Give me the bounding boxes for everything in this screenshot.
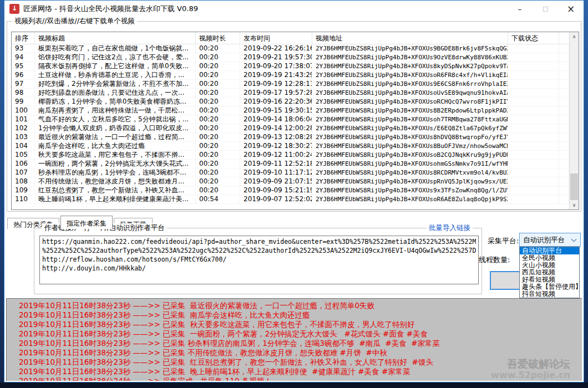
video-list-groupbox-label: 视频列表//双击播放//右键下载单个视频 [12,17,137,26]
table-row[interactable]: 98好吃到舔盘的面条做法，只要记住这几点，一次...00:202019-09-1… [12,89,569,98]
scrollbar-thumb[interactable] [570,173,578,200]
column-header-title[interactable]: 视频标题 [35,32,196,44]
cell-title: 红豆别总煮粥了，教您一个新做法，补铁又补血... [35,186,196,195]
table-row[interactable]: 99椰蓉奶冻，1分钟学会，简单0失败美食椰蓉奶冻...00:202019-09-… [12,98,569,106]
cell-status [508,106,559,115]
cell-order: 109 [12,186,35,195]
column-header-duration[interactable]: 视频时长 [196,32,240,44]
cell-title: 1分钟学会懒人双皮奶，奶香四溢，入口即化双皮... [35,124,196,132]
dropdown-option[interactable]: 好看短视频 [520,276,579,283]
cell-published: 2019-09-19 12:28:11 [240,80,312,88]
cell-filler [559,142,569,150]
table-row[interactable]: 103最近很火的紫薯做法，一口一个超过瘾，过程简...00:202019-09-… [12,133,569,142]
cell-title: 隔夜米饭别再倒掉了，配上它这样做，简单0失败... [35,62,196,70]
cell-duration: 00:54 [196,195,240,203]
cell-published: 2019-09-14 18:06:04 [240,115,312,124]
author-link-line: %2522%252C%2522authorType%2522%253A%2522… [42,246,476,255]
app-download-icon: ↓ [9,4,19,14]
table-row[interactable]: 104南瓜学会这样吃，比大鱼大肉还过瘾00:202019-09-12 18:30… [12,142,569,151]
cell-url: 2YJB6HMFEUbZS8RijUpPg4bJB+XFOXUs9OzVE8dr… [312,53,508,62]
table-row[interactable]: 96土豆这样做，秒杀肯德基的土豆泥，入口香滑，...00:202019-09-1… [12,71,569,80]
dropdown-option[interactable]: 全民小视频 [520,254,579,262]
cell-status [508,80,559,88]
window-title: 匠派网络 - 抖音火山全民小视频批量去水印下载 V0.89 [23,1,198,17]
cell-url: 2YJB6HMFEUbWS8RijUpPg4bJB+XFOXUsoRCHQcQ7… [312,98,508,106]
video-table: 排序视频标题视频时长发布时间视频地址下载状态 93板栗别买着吃了，自己在家也能做… [11,32,579,210]
cell-published: 2019-09-07 12:52:02 [240,195,312,203]
dropdown-option[interactable]: 抖音短视频 [520,290,579,298]
cell-url: 2YJB6HMFEUbWS8RijUpPg4bJB+XFOXUs8B2ERpdo… [312,106,508,115]
log-line: 2019年10月11日16时38分23秒 ——>> 已采集 南瓜学会这样吃，比大… [19,310,582,320]
author-link-line: http://reflow.huoshan.com/hotsoon/s/FMtC… [42,255,476,264]
author-links-textarea[interactable]: https://quanmin.hao222.com/feedvideoui/a… [39,236,479,284]
cell-url: 2YJB6HMFEUbWS8RijUpPg4bJB+XFOXUsoR6AE8Zu… [312,195,508,203]
table-body: 93板栗别买着吃了，自己在家也能做，1个电饭锅就...00:202019-09-… [12,44,569,210]
platform-combobox-value: 自动识别平台 [523,236,565,245]
cell-published: 2019-09-10 11:17:12 [240,169,312,177]
scroll-up-icon[interactable]: ∧ [570,32,579,41]
title-bar[interactable]: ↓ 匠派网络 - 抖音火山全民小视频批量去水印下载 V0.89 – × [4,1,584,17]
table-row[interactable]: 110晚上睡前喝1杯，早上起来顺利排便健康果蔬汁美...00:542019-09… [12,195,569,204]
table-row[interactable]: 95隔夜米饭别再倒掉了，配上它这样做，简单0失败...00:202019-09-… [12,62,569,71]
log-line: 2019年10月11日16时38分23秒 ——>> 已采集 不用传统做法，教您做… [19,348,582,358]
cell-status [508,151,559,159]
cell-order: 110 [12,195,35,203]
cell-duration: 00:20 [196,160,240,168]
cell-filler [559,133,569,141]
table-scrollbar[interactable]: ∧ ∨ [569,32,579,210]
cell-filler [559,62,569,70]
table-row[interactable]: 93板栗别买着吃了，自己在家也能做，1个电饭锅就...00:202019-09-… [12,44,569,53]
cell-order: 107 [12,169,35,177]
table-row[interactable]: 97好吃到爆，2分钟学会紫薯新做法，不煎不煮不加...00:202019-09-… [12,80,569,89]
cell-title: 南瓜学会这样吃，比大鱼大肉还过瘾 [35,142,196,150]
cell-title: 不用传统做法，教您做冰皮月饼，想失败都难月... [35,177,196,186]
tab-author-collect[interactable]: 指定作者采集 [60,216,113,229]
cell-duration: 00:20 [196,62,240,70]
cell-title: 秒杀料理店的南瓜粥，1分钟学会，连喝3碗都不... [35,169,196,177]
video-list-groupbox: 视频列表//双击播放//右键下载单个视频 排序视频标题视频时长发布时间视频地址下… [7,21,581,212]
column-header-url[interactable]: 视频地址 [312,32,508,44]
cell-url: 2YJB6HMFEUbWS8RijUpPg4bJB+XFOXUs8hDVQ8Bt… [312,133,508,141]
minimize-button[interactable]: – [507,1,533,17]
table-row[interactable]: 108不用传统做法，教您做冰皮月饼，想失败都难月...00:202019-09-… [12,177,569,186]
chevron-down-icon [571,237,577,242]
cell-filler [559,44,569,53]
dropdown-option[interactable]: 趣头条【暂停使用】 [520,283,579,290]
dropdown-option[interactable]: 火山小视频 [520,262,579,269]
table-row[interactable]: 109红豆别总煮粥了，教您一个新做法，补铁又补血...00:202019-09-… [12,186,569,195]
batch-import-links-link[interactable]: 批量导入链接 [427,223,473,233]
cell-published: 2019-09-12 18:30:27 [240,142,312,150]
column-header-order[interactable]: 排序 [12,32,35,44]
cell-filler [559,124,569,132]
table-row[interactable]: 105秋天要多吃这蔬菜，用它来包包子，不揉面不擀...00:202019-09-… [12,151,569,160]
platform-dropdown-list: 自动识别平台全民小视频火山小视频西瓜短视频好看短视频趣头条【暂停使用】抖音短视频 [519,247,580,298]
table-row[interactable]: 1021分钟学会懒人双皮奶，奶香四溢，入口即化双皮...00:202019-09… [12,124,569,133]
maximize-icon [543,7,548,12]
cell-status [508,44,559,53]
table-row[interactable]: 107秒杀料理店的南瓜粥，1分钟学会，连喝3碗都不...00:202019-09… [12,169,569,177]
cell-duration: 00:20 [196,186,240,195]
cell-published: 2019-09-22 16:26:16 [240,44,312,53]
cell-url: 2YJB6HMFEUbWS8RijUpPg4bJB+XFOXUs8RCDRMVt… [312,169,508,177]
table-row[interactable]: 100南瓜别再煮粥了，用这种特殊做法一做，千层松...00:202019-09-… [12,106,569,115]
column-header-status[interactable]: 下载状态 [508,32,559,44]
close-button[interactable]: × [558,1,584,17]
platform-combobox[interactable]: 自动识别平台 [519,233,581,247]
cell-url: 2YJB6HMFEUbZS8RijUpPg4bJB+XFOXUs8kyDSpNv… [312,62,508,70]
cell-order: 97 [12,80,35,88]
dropdown-option[interactable]: 自动识别平台 [520,247,579,254]
cell-status [508,160,559,168]
cell-status [508,89,559,97]
thread-count-label: 线程数量: [479,255,510,265]
cell-title: 椰蓉奶冻，1分钟学会，简单0失败美食椰蓉奶冻... [35,98,196,106]
cell-filler [559,98,569,106]
table-row[interactable]: 106一碗面粉，两个紫薯，2分钟搞定无水大馒头花式...00:202019-09… [12,160,569,169]
cell-duration: 00:20 [196,44,240,53]
column-header-published[interactable]: 发布时间 [240,32,312,44]
table-row[interactable]: 101气血不好的女人，立秋后多吃它，5分钟就出锅，...00:202019-09… [12,115,569,124]
scroll-down-icon[interactable]: ∨ [570,201,579,210]
cell-title: 好吃到爆，2分钟学会紫薯新做法，不煎不煮不加... [35,80,196,88]
table-row[interactable]: 94馅饼好吃有窍门，记住这2点，凉了也不会硬，爱...00:202019-09-… [12,53,569,62]
dropdown-option[interactable]: 西瓜短视频 [520,269,579,276]
cell-status [508,98,559,106]
